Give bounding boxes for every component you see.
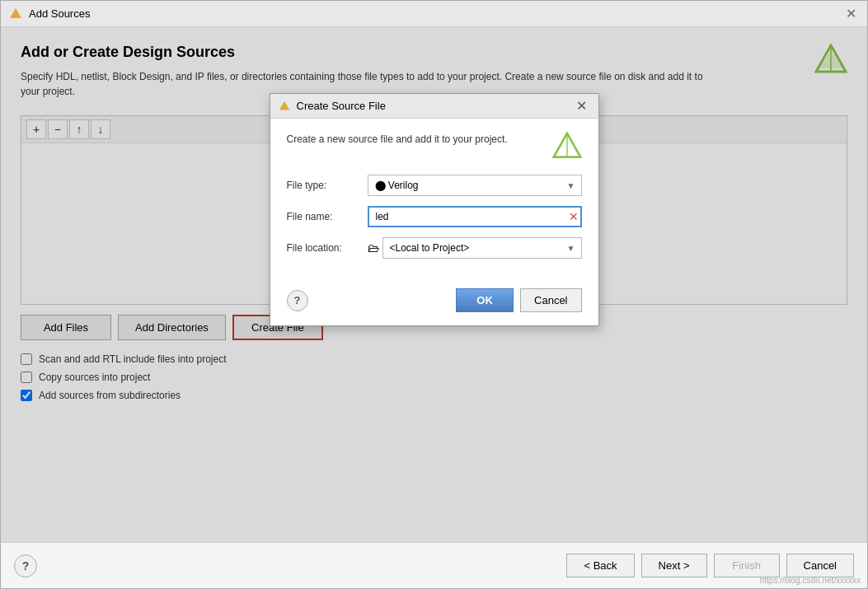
modal-app-icon <box>279 101 290 112</box>
modal-footer: ? OK Cancel <box>270 282 598 325</box>
file-location-select[interactable]: <Local to Project> <box>382 237 582 259</box>
watermark: https://blog.csdn.net/xxxxxx <box>760 576 861 585</box>
app-icon <box>9 7 22 21</box>
modal-header-row: Create a new source file and add it to y… <box>287 132 582 161</box>
footer-left: ? <box>14 554 37 577</box>
create-source-file-modal: Create Source File ✕ Create a new source… <box>270 93 599 326</box>
modal-title-bar: Create Source File ✕ <box>270 94 598 119</box>
file-name-control: ✕ <box>368 206 582 227</box>
modal-body: Create a new source file and add it to y… <box>270 119 598 282</box>
modal-vivado-logo <box>552 132 582 161</box>
file-name-row: File name: ✕ <box>287 206 582 227</box>
file-name-label: File name: <box>287 211 361 222</box>
help-button[interactable]: ? <box>14 554 37 577</box>
title-bar-left: Add Sources <box>9 7 90 21</box>
modal-cancel-button[interactable]: Cancel <box>520 288 581 312</box>
location-select-wrapper: <Local to Project> ▼ <box>382 237 582 259</box>
file-name-input[interactable] <box>368 206 582 227</box>
file-type-control: ⬤ Verilog VHDL SystemVerilog ▼ <box>368 175 582 196</box>
modal-close-button[interactable]: ✕ <box>574 98 590 115</box>
finish-button[interactable]: Finish <box>714 554 780 577</box>
window-title: Add Sources <box>29 7 90 20</box>
modal-overlay: Create Source File ✕ Create a new source… <box>1 27 867 542</box>
file-type-label: File type: <box>287 180 361 191</box>
modal-action-buttons: OK Cancel <box>456 288 581 312</box>
modal-description: Create a new source file and add it to y… <box>287 132 544 147</box>
modal-ok-button[interactable]: OK <box>456 288 514 312</box>
file-type-row: File type: ⬤ Verilog VHDL SystemVerilog … <box>287 175 582 196</box>
next-button[interactable]: Next > <box>641 554 707 577</box>
file-location-control: 🗁 <Local to Project> ▼ <box>368 237 582 259</box>
window-close-button[interactable]: ✕ <box>842 6 859 22</box>
cancel-button[interactable]: Cancel <box>786 554 854 577</box>
back-button[interactable]: < Back <box>566 554 634 577</box>
content-area: Add or Create Design Sources Specify HDL… <box>1 27 867 542</box>
modal-title: Create Source File <box>297 100 386 112</box>
main-window: Add Sources ✕ Add or Create Design Sourc… <box>0 0 868 589</box>
footer: ? < Back Next > Finish Cancel <box>1 542 867 588</box>
footer-right: < Back Next > Finish Cancel <box>566 554 854 577</box>
file-type-select[interactable]: ⬤ Verilog VHDL SystemVerilog <box>368 175 582 196</box>
folder-icon: 🗁 <box>368 241 379 255</box>
file-location-row: File location: 🗁 <Local to Project> ▼ <box>287 237 582 259</box>
modal-title-left: Create Source File <box>279 100 386 112</box>
file-location-label: File location: <box>287 242 361 254</box>
svg-marker-0 <box>10 8 21 18</box>
modal-help-button[interactable]: ? <box>287 290 308 311</box>
title-bar: Add Sources ✕ <box>1 1 867 27</box>
svg-marker-4 <box>279 101 289 110</box>
file-name-clear-button[interactable]: ✕ <box>569 211 579 222</box>
modal-logo <box>552 132 582 161</box>
